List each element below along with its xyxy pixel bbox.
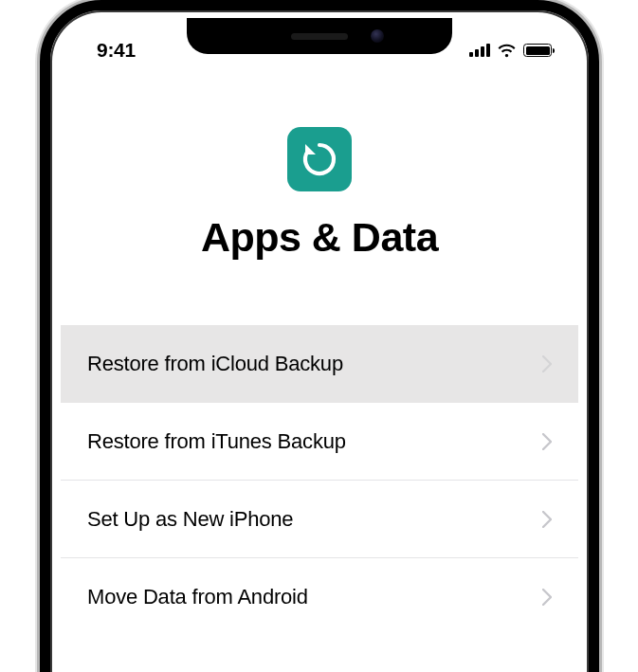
chevron-right-icon [542,433,552,450]
option-label: Set Up as New iPhone [87,507,293,532]
wifi-icon [497,44,517,58]
status-time: 9:41 [97,39,136,62]
option-setup-new[interactable]: Set Up as New iPhone [61,481,578,558]
restore-backup-icon [287,127,352,191]
chevron-right-icon [542,355,552,372]
page-title: Apps & Data [61,214,578,261]
options-list: Restore from iCloud Backup Restore from … [61,325,578,636]
chevron-right-icon [542,589,552,606]
option-label: Restore from iCloud Backup [87,352,343,376]
page-header: Apps & Data [61,70,578,299]
option-label: Move Data from Android [87,585,308,609]
speaker-grille [291,33,348,40]
phone-notch [187,18,452,54]
screen: 9:41 [61,21,578,672]
chevron-right-icon [542,511,552,528]
option-move-android[interactable]: Move Data from Android [61,558,578,636]
front-camera [371,29,384,43]
status-icons [469,44,552,58]
option-restore-itunes[interactable]: Restore from iTunes Backup [61,403,578,481]
cellular-signal-icon [469,44,490,57]
iphone-frame: 9:41 [40,0,599,672]
battery-icon [523,44,552,57]
option-label: Restore from iTunes Backup [87,429,346,454]
option-restore-icloud[interactable]: Restore from iCloud Backup [61,325,578,403]
